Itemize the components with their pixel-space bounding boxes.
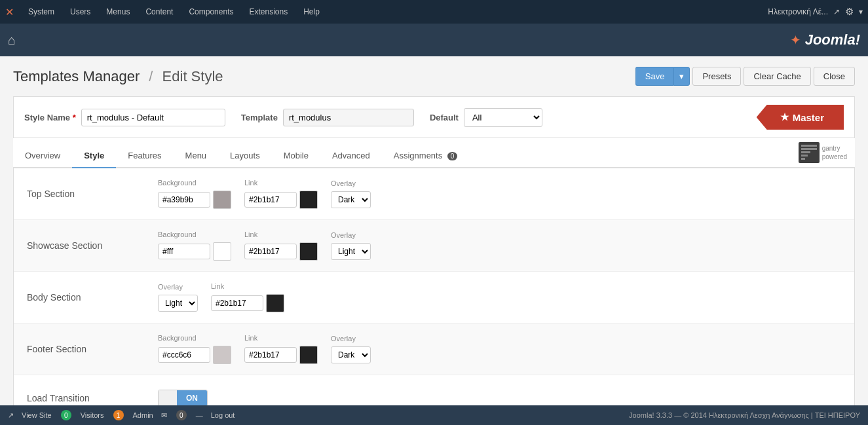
body-link-swatch[interactable] [266, 294, 284, 312]
tab-menu[interactable]: Menu [174, 144, 219, 168]
nav-extensions[interactable]: Extensions [242, 3, 294, 20]
toggle-off[interactable] [159, 390, 177, 406]
default-select[interactable]: All [464, 108, 542, 127]
body-link-row [211, 294, 284, 312]
svg-rect-5 [801, 158, 805, 160]
showcase-background-input[interactable] [158, 244, 210, 259]
external-link-icon[interactable]: ↗ [833, 7, 840, 16]
showcase-link-label: Link [244, 231, 318, 238]
nav-components[interactable]: Components [182, 3, 240, 20]
showcase-link-swatch[interactable] [299, 242, 318, 261]
top-link-label: Link [244, 179, 318, 187]
showcase-section-controls: Background Link Overlay [158, 231, 371, 261]
nav-content[interactable]: Content [139, 3, 179, 20]
showcase-link-input[interactable] [244, 244, 297, 259]
toggle-on[interactable]: ON [177, 390, 207, 406]
nav-users[interactable]: Users [64, 3, 97, 20]
nav-menus[interactable]: Menus [100, 3, 136, 20]
current-user[interactable]: Ηλεκτρονική Λέ... [768, 7, 828, 16]
template-field: Template [241, 109, 414, 126]
tab-features[interactable]: Features [116, 144, 173, 168]
main-content: Templates Manager / Edit Style Save ▾ Pr… [0, 56, 868, 425]
mail-icon: ✉ [161, 411, 167, 420]
mail-badge: 0 [176, 410, 187, 420]
master-label: Master [793, 112, 824, 123]
footer-section-controls: Background Link Overlay [158, 334, 371, 364]
page-header: Templates Manager / Edit Style Save ▾ Pr… [13, 67, 855, 86]
top-background-input[interactable] [158, 192, 210, 208]
breadcrumb-separator: / [149, 68, 153, 84]
gear-dropdown-icon[interactable]: ▾ [859, 7, 863, 16]
footer-link-swatch[interactable] [299, 346, 318, 364]
footer-overlay-group: Overlay Dark Light [331, 335, 371, 363]
top-overlay-row: Dark Light [331, 191, 371, 208]
copyright-text: Joomla! 3.3.3 — © 2014 Ηλεκτρονική Λεσχη… [629, 411, 860, 419]
visitors-link[interactable]: Visitors [81, 411, 104, 419]
master-badge: ★ Master [757, 105, 844, 130]
page-title: Templates Manager / Edit Style [13, 68, 223, 85]
default-field: Default All [430, 108, 542, 127]
footer-overlay-select[interactable]: Dark Light [331, 346, 371, 363]
body-link-input[interactable] [211, 295, 263, 311]
tab-layouts[interactable]: Layouts [218, 144, 272, 168]
tab-style[interactable]: Style [72, 144, 116, 168]
tab-overview[interactable]: Overview [13, 144, 72, 168]
body-link-label: Link [211, 282, 284, 290]
tab-mobile[interactable]: Mobile [272, 144, 320, 168]
top-background-group: Background [158, 179, 231, 209]
showcase-section-label: Showcase Section [27, 240, 158, 251]
footer-background-row [158, 346, 231, 364]
style-editor: Top Section Background Link [13, 168, 855, 422]
tabs-left: Overview Style Features Menu Layouts Mob… [13, 144, 469, 167]
save-dropdown-button[interactable]: ▾ [673, 67, 690, 86]
presets-button[interactable]: Presets [692, 67, 741, 86]
showcase-overlay-select[interactable]: Dark Light [331, 243, 371, 260]
top-background-swatch[interactable] [213, 191, 231, 209]
top-link-swatch[interactable] [299, 191, 318, 209]
gantry-logo-icon [799, 142, 820, 163]
page-subtitle: Edit Style [162, 68, 223, 84]
top-overlay-group: Overlay Dark Light [331, 179, 371, 208]
template-input[interactable] [283, 109, 414, 126]
showcase-background-swatch[interactable] [213, 242, 231, 261]
load-transition-toggle[interactable]: ON [158, 390, 208, 407]
top-section-row: Top Section Background Link [14, 168, 854, 220]
footer-link-input[interactable] [244, 347, 297, 363]
top-overlay-label: Overlay [331, 179, 371, 187]
style-name-label: Style Name * [24, 113, 76, 122]
logout-link[interactable]: Log out [211, 411, 235, 419]
style-form-row: Style Name * Template Default All ★ Mast… [13, 96, 855, 138]
top-navbar-left: ✕ System Users Menus Content Components … [5, 3, 326, 20]
admin-link[interactable]: Admin [133, 411, 153, 419]
second-navbar: ⌂ ✦ Joomla! [0, 24, 868, 56]
joomla-brand-icon[interactable]: ✕ [5, 6, 14, 18]
footer-background-swatch[interactable] [213, 346, 231, 364]
save-button[interactable]: Save [635, 67, 674, 86]
showcase-link-row [244, 242, 318, 261]
home-icon[interactable]: ⌂ [8, 33, 16, 48]
top-link-input[interactable] [244, 192, 297, 208]
style-name-field: Style Name * [24, 109, 225, 126]
top-overlay-select[interactable]: Dark Light [331, 191, 371, 208]
nav-help[interactable]: Help [297, 3, 326, 20]
toolbar-buttons: Save ▾ Presets Clear Cache Close [635, 67, 855, 86]
nav-system[interactable]: System [22, 3, 61, 20]
footer-background-input[interactable] [158, 347, 210, 363]
gear-icon[interactable]: ⚙ [845, 6, 854, 18]
style-name-input[interactable] [81, 109, 225, 126]
top-link-row [244, 191, 318, 209]
footer-overlay-row: Dark Light [331, 346, 371, 363]
tab-assignments[interactable]: Assignments 0 [382, 144, 470, 168]
save-button-group: Save ▾ [635, 67, 690, 86]
body-overlay-select[interactable]: Dark Light [158, 295, 198, 312]
showcase-overlay-label: Overlay [331, 231, 371, 239]
page-title-main: Templates Manager [13, 68, 140, 84]
top-section-controls: Background Link Overlay [158, 179, 371, 209]
clear-cache-button[interactable]: Clear Cache [744, 67, 810, 86]
tab-advanced[interactable]: Advanced [320, 144, 382, 168]
body-link-group: Link [211, 282, 284, 312]
close-button[interactable]: Close [814, 67, 855, 86]
view-site-link[interactable]: View Site [22, 411, 52, 419]
showcase-background-group: Background [158, 231, 231, 261]
joomla-logo: ✦ Joomla! [790, 31, 860, 48]
